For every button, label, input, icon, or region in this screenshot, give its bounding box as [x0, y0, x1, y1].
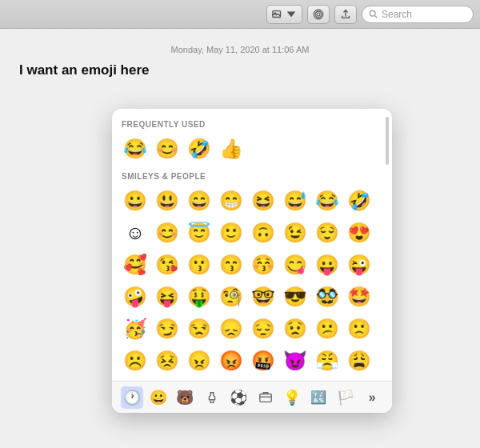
emoji-item[interactable]: 😡: [216, 346, 246, 376]
emoji-item[interactable]: ☹️: [120, 346, 150, 376]
scroll-indicator: [386, 117, 389, 165]
image-button[interactable]: [266, 5, 302, 24]
emoji-item[interactable]: 😟: [280, 314, 310, 344]
emoji-scroll-area[interactable]: FREQUENTLY USED 😂 😊 🤣 👍 SMILEYS & PEOPLE…: [112, 109, 392, 381]
emoji-item[interactable]: ☺️: [120, 218, 150, 248]
emoji-picker: FREQUENTLY USED 😂 😊 🤣 👍 SMILEYS & PEOPLE…: [112, 109, 392, 413]
search-bar[interactable]: Search: [362, 6, 474, 23]
emoji-item[interactable]: 😚: [248, 250, 278, 280]
category-more[interactable]: »: [361, 386, 383, 409]
emoji-button[interactable]: [307, 5, 330, 24]
svg-point-4: [317, 13, 320, 16]
emoji-item[interactable]: 😍: [344, 218, 374, 248]
emoji-item[interactable]: 😒: [184, 314, 214, 344]
emoji-item[interactable]: 😄: [184, 186, 214, 216]
emoji-item[interactable]: 😆: [248, 186, 278, 216]
frequently-used-grid: 😂 😊 🤣 👍: [120, 134, 384, 164]
emoji-item[interactable]: 😌: [312, 218, 342, 248]
emoji-item[interactable]: 🥳: [120, 314, 150, 344]
emoji-item[interactable]: 🤪: [120, 282, 150, 312]
category-objects[interactable]: [201, 386, 223, 409]
emoji-item[interactable]: 😋: [280, 250, 310, 280]
emoji-item[interactable]: 😁: [216, 186, 246, 216]
timestamp: Monday, May 11, 2020 at 11:06 AM: [19, 45, 461, 54]
emoji-item[interactable]: 😊: [152, 218, 182, 248]
emoji-item[interactable]: 😈: [280, 346, 310, 376]
category-recent[interactable]: 🕐: [121, 386, 143, 409]
search-placeholder: Search: [382, 9, 412, 20]
emoji-item[interactable]: 👍: [216, 134, 246, 164]
emoji-item[interactable]: 🙂: [216, 218, 246, 248]
share-button[interactable]: [334, 5, 357, 24]
emoji-item[interactable]: 🤬: [248, 346, 278, 376]
emoji-item[interactable]: 🥰: [120, 250, 150, 280]
emoji-item[interactable]: 😏: [152, 314, 182, 344]
emoji-item[interactable]: 🙃: [248, 218, 278, 248]
emoji-item[interactable]: 😀: [120, 186, 150, 216]
category-animals[interactable]: 🐻: [174, 386, 196, 409]
category-activities[interactable]: ⚽: [227, 386, 250, 409]
emoji-item[interactable]: 🙁: [344, 314, 374, 344]
toolbar: Search: [0, 0, 480, 29]
emoji-item[interactable]: 🤓: [248, 282, 278, 312]
category-symbols[interactable]: 💡: [281, 386, 303, 409]
emoji-item[interactable]: 😎: [280, 282, 310, 312]
category-flags[interactable]: 🏳️: [334, 386, 357, 409]
svg-point-3: [315, 11, 322, 18]
emoji-item[interactable]: 😕: [312, 314, 342, 344]
emoji-item[interactable]: 😅: [280, 186, 310, 216]
emoji-item[interactable]: 🤣: [344, 186, 374, 216]
emoji-item[interactable]: 😗: [184, 250, 214, 280]
category-symbols2[interactable]: 🔣: [307, 386, 330, 409]
emoji-item[interactable]: 😞: [216, 314, 246, 344]
emoji-item[interactable]: 😤: [312, 346, 342, 376]
message-text: I want an emoji here: [19, 62, 461, 78]
section-label-smileys: SMILEYS & PEOPLE: [122, 172, 384, 181]
content-area: Monday, May 11, 2020 at 11:06 AM I want …: [0, 29, 480, 448]
emoji-item[interactable]: 😛: [312, 250, 342, 280]
smileys-grid: 😀 😃 😄 😁 😆 😅 😂 🤣 ☺️ 😊 😇 🙂 🙃 😉 😌 😍 🥰 😘 😗: [120, 186, 384, 376]
emoji-item[interactable]: 😝: [152, 282, 182, 312]
emoji-item[interactable]: 😃: [152, 186, 182, 216]
emoji-item[interactable]: 😙: [216, 250, 246, 280]
emoji-item[interactable]: 😂: [120, 134, 150, 164]
emoji-item[interactable]: 🤑: [184, 282, 214, 312]
emoji-item[interactable]: 😔: [248, 314, 278, 344]
svg-point-5: [370, 10, 375, 16]
emoji-item[interactable]: 🤩: [344, 282, 374, 312]
emoji-item[interactable]: 😠: [184, 346, 214, 376]
emoji-categories: 🕐 😀 🐻 ⚽ 💡 🔣 🏳️ »: [112, 381, 392, 413]
emoji-item[interactable]: 😣: [152, 346, 182, 376]
emoji-item[interactable]: 😘: [152, 250, 182, 280]
emoji-item[interactable]: 😊: [152, 134, 182, 164]
emoji-item[interactable]: 😂: [312, 186, 342, 216]
emoji-item[interactable]: 😉: [280, 218, 310, 248]
svg-rect-6: [259, 394, 270, 402]
emoji-item[interactable]: 🧐: [216, 282, 246, 312]
category-travel[interactable]: [254, 386, 277, 409]
emoji-item[interactable]: 😩: [344, 346, 374, 376]
emoji-item[interactable]: 😇: [184, 218, 214, 248]
emoji-item[interactable]: 🥸: [312, 282, 342, 312]
emoji-item[interactable]: 😜: [344, 250, 374, 280]
emoji-item[interactable]: 🤣: [184, 134, 214, 164]
category-smileys[interactable]: 😀: [147, 386, 170, 409]
search-icon: [369, 10, 378, 19]
section-label-frequent: FREQUENTLY USED: [122, 120, 384, 129]
